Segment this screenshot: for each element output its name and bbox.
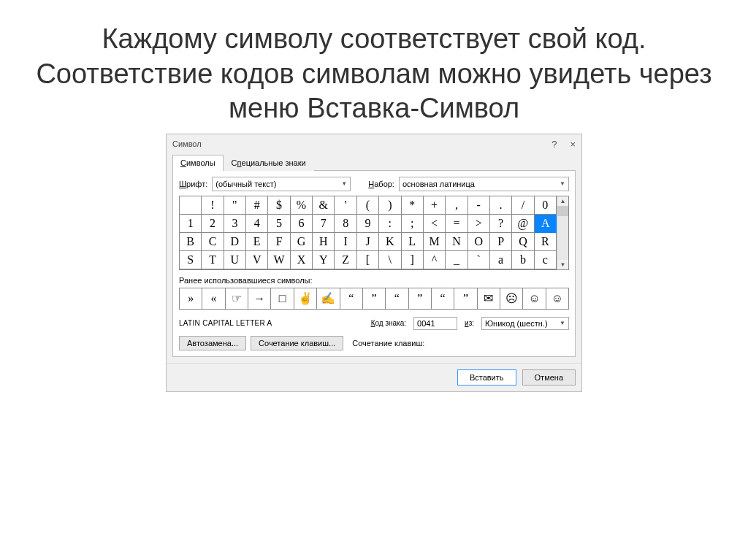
char-cell[interactable]: G (291, 233, 313, 251)
char-cell[interactable]: , (446, 196, 468, 215)
char-cell[interactable]: c (535, 251, 557, 269)
char-cell[interactable]: L (402, 233, 424, 251)
scroll-track[interactable] (557, 206, 568, 260)
recent-char-cell[interactable]: ☹ (500, 288, 523, 309)
char-cell[interactable]: A (535, 215, 557, 233)
char-cell[interactable]: 9 (357, 215, 379, 233)
char-cell[interactable]: \ (379, 251, 401, 269)
scroll-thumb[interactable] (557, 206, 568, 216)
tab-special[interactable]: Специальные знаки (224, 155, 314, 171)
char-cell[interactable]: C (202, 233, 224, 251)
recent-char-cell[interactable]: ☺ (523, 288, 546, 309)
char-cell[interactable]: b (512, 251, 534, 269)
char-cell[interactable]: * (402, 196, 424, 215)
char-cell[interactable]: " (224, 196, 246, 215)
char-cell[interactable]: ' (335, 196, 356, 215)
char-cell[interactable]: ` (468, 251, 490, 269)
recent-char-cell[interactable]: ✉ (478, 288, 500, 309)
recent-char-cell[interactable]: ” (409, 288, 432, 309)
char-cell[interactable]: - (468, 196, 490, 215)
recent-char-cell[interactable]: ” (454, 288, 477, 309)
recent-char-cell[interactable]: ✌ (294, 288, 317, 309)
char-cell[interactable]: ? (490, 215, 512, 233)
font-select[interactable]: (обычный текст) ▼ (212, 177, 351, 191)
char-cell[interactable]: & (313, 196, 335, 215)
char-cell[interactable]: : (379, 215, 401, 233)
char-cell[interactable]: . (490, 196, 512, 215)
help-button[interactable]: ? (552, 139, 557, 150)
char-cell[interactable]: U (224, 251, 246, 269)
char-cell[interactable]: @ (512, 215, 534, 233)
recent-char-cell[interactable]: ☞ (226, 288, 248, 309)
recent-char-cell[interactable]: □ (271, 288, 294, 309)
char-cell[interactable]: > (468, 215, 490, 233)
char-cell[interactable]: 5 (268, 215, 290, 233)
char-cell[interactable]: H (313, 233, 335, 251)
char-cell[interactable]: 0 (535, 196, 557, 215)
scrollbar[interactable]: ▲ ▼ (557, 196, 568, 269)
scroll-up-icon[interactable]: ▲ (559, 196, 568, 206)
char-cell[interactable]: 7 (313, 215, 335, 233)
char-cell[interactable]: + (424, 196, 446, 215)
shortcut-button[interactable]: Сочетание клавиш... (251, 336, 343, 350)
char-cell[interactable]: M (424, 233, 446, 251)
recent-char-cell[interactable]: → (248, 288, 271, 309)
char-cell[interactable]: N (446, 233, 468, 251)
recent-char-cell[interactable]: ” (363, 288, 386, 309)
recent-char-cell[interactable]: » (180, 288, 202, 309)
autocorrect-button[interactable]: Автозамена... (179, 336, 246, 350)
char-cell[interactable]: _ (446, 251, 468, 269)
char-cell[interactable]: [ (357, 251, 379, 269)
char-cell[interactable]: B (180, 233, 202, 251)
char-cell[interactable]: K (379, 233, 401, 251)
char-cell[interactable]: 6 (291, 215, 313, 233)
recent-char-cell[interactable]: “ (340, 288, 363, 309)
char-cell[interactable]: J (357, 233, 379, 251)
char-cell[interactable]: % (291, 196, 313, 215)
char-cell[interactable]: 8 (335, 215, 356, 233)
char-cell[interactable]: D (224, 233, 246, 251)
scroll-down-icon[interactable]: ▼ (559, 260, 568, 269)
char-cell[interactable]: W (268, 251, 290, 269)
char-cell[interactable]: ! (202, 196, 224, 215)
char-cell[interactable]: T (202, 251, 224, 269)
char-cell[interactable]: 2 (202, 215, 224, 233)
char-cell[interactable]: ) (379, 196, 401, 215)
code-input[interactable]: 0041 (413, 317, 457, 330)
char-cell[interactable]: $ (268, 196, 290, 215)
char-cell[interactable]: ( (357, 196, 379, 215)
char-cell[interactable]: V (246, 251, 268, 269)
recent-char-cell[interactable]: ☺ (546, 288, 568, 309)
insert-button[interactable]: Вставить (457, 369, 516, 386)
char-cell[interactable]: < (424, 215, 446, 233)
char-cell[interactable]: Q (512, 233, 534, 251)
char-cell[interactable]: ^ (424, 251, 446, 269)
char-cell[interactable]: O (468, 233, 490, 251)
close-button[interactable]: × (570, 139, 576, 150)
recent-char-cell[interactable]: « (202, 288, 225, 309)
char-cell[interactable]: a (490, 251, 512, 269)
char-cell[interactable]: / (512, 196, 534, 215)
char-cell[interactable]: ; (402, 215, 424, 233)
char-cell[interactable]: = (446, 215, 468, 233)
char-cell[interactable]: 3 (224, 215, 246, 233)
char-cell[interactable]: 4 (246, 215, 268, 233)
char-cell[interactable]: ] (402, 251, 424, 269)
char-cell[interactable]: E (246, 233, 268, 251)
char-cell[interactable]: R (535, 233, 557, 251)
recent-char-cell[interactable]: “ (432, 288, 454, 309)
char-cell[interactable]: X (291, 251, 313, 269)
cancel-button[interactable]: Отмена (522, 369, 576, 386)
recent-char-cell[interactable]: ✍ (317, 288, 340, 309)
recent-char-cell[interactable]: “ (386, 288, 408, 309)
char-cell[interactable]: I (335, 233, 356, 251)
char-cell[interactable]: P (490, 233, 512, 251)
from-select[interactable]: Юникод (шестн.) ▼ (481, 317, 569, 330)
char-cell[interactable] (180, 196, 202, 215)
char-cell[interactable]: F (268, 233, 290, 251)
tab-symbols[interactable]: Символы (172, 155, 224, 171)
char-cell[interactable]: # (246, 196, 268, 215)
char-cell[interactable]: Z (335, 251, 356, 269)
subset-select[interactable]: основная латиница ▼ (399, 177, 569, 191)
char-cell[interactable]: S (180, 251, 202, 269)
